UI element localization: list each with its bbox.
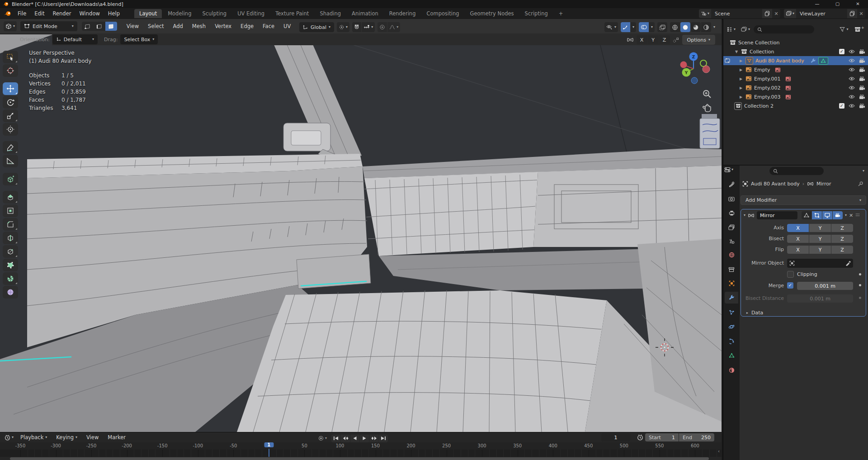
workspace-tab-geometry-nodes[interactable]: Geometry Nodes [465,9,519,18]
flip-x-button[interactable]: X [787,246,809,254]
shading-settings-dropdown[interactable]: ▾ [712,22,717,32]
new-scene-button[interactable] [762,9,772,18]
axis-x-button[interactable]: X [787,224,809,232]
modifier-on-cage-toggle[interactable] [802,211,811,219]
viewport-menu-vertex[interactable]: Vertex [211,22,236,30]
ruler-tick[interactable]: -50 [230,443,237,448]
breadcrumb-modifier[interactable]: Mirror [816,181,831,187]
ruler-tick[interactable]: -100 [193,443,203,448]
tool-annotate[interactable] [3,141,18,154]
snap-toggle-button[interactable] [352,22,361,32]
modifier-edit-mode-toggle[interactable] [812,211,822,219]
tab-collection-properties[interactable] [725,264,738,275]
ruler-tick[interactable]: 300 [478,443,486,448]
outliner-filter-mode-dropdown[interactable]: ▾ [739,24,752,34]
drag-mode-dropdown[interactable]: Select Box ▾ [120,34,158,44]
viewport-menu-edge[interactable]: Edge [236,22,258,30]
hide-eye-icon[interactable] [849,49,855,54]
pivot-point-dropdown[interactable]: ▾ [337,22,349,32]
tool-scale[interactable] [3,109,18,122]
workspace-tab-layout[interactable]: Layout [134,9,162,18]
bisect-x-button[interactable]: X [787,235,809,243]
expand-arrow-icon[interactable]: ▶ [739,86,743,90]
move-view-hand-icon[interactable] [702,102,712,113]
bisect-z-button[interactable]: Z [831,235,853,243]
outliner-display-mode-dropdown[interactable]: ▾ [725,24,737,34]
tab-constraints[interactable] [725,335,738,347]
data-subpanel-header[interactable]: ▸ Data [741,310,866,316]
region-collapse-arrow[interactable]: ‹ [718,449,720,454]
clipping-checkbox[interactable] [787,271,794,278]
hide-eye-icon[interactable] [849,67,855,72]
add-workspace-button[interactable]: + [554,9,568,18]
shading-rendered-button[interactable] [701,22,711,32]
scene-browse-button[interactable]: ▾ [699,9,711,18]
menu-help[interactable]: Help [104,9,124,18]
ruler-tick[interactable]: 400 [549,443,557,448]
timeline-menu-marker[interactable]: Marker [104,433,130,441]
tab-output[interactable] [725,207,738,219]
breadcrumb-object[interactable]: Audi 80 Avant body [751,181,800,187]
mode-dropdown[interactable]: Edit Mode ▾ [20,21,77,31]
jump-to-start-button[interactable] [331,435,340,442]
collection-checkbox[interactable]: ✓ [839,103,844,109]
view-layer-name[interactable]: ViewLayer [796,11,847,17]
tool-move[interactable] [3,82,18,95]
ruler-tick[interactable]: 50 [302,443,307,448]
outliner-row-collection[interactable]: ▼ Collection ✓ [723,47,868,56]
timeline-ruler[interactable]: -350-300-250-200-150-100-501501001502002… [0,442,722,450]
modifier-extras-dropdown[interactable]: ▾ [845,213,847,217]
menu-render[interactable]: Render [49,9,75,18]
viewport-menu-uv[interactable]: UV [279,22,295,30]
menu-window[interactable]: Window [75,9,104,18]
tab-particles[interactable] [725,306,738,318]
tool-inset-faces[interactable] [3,204,18,217]
ruler-tick[interactable]: 100 [335,443,344,448]
shading-solid-button[interactable] [680,22,690,32]
flip-y-button[interactable]: Y [809,246,831,254]
jump-to-previous-keyframe-button[interactable] [341,435,350,442]
xray-toggle[interactable] [657,22,667,32]
properties-editor-type-dropdown[interactable]: ▾ [724,167,733,172]
tab-modifiers[interactable] [725,292,738,304]
render-visibility-icon[interactable] [859,76,865,81]
close-button[interactable]: ✕ [848,0,868,8]
tab-render[interactable] [725,193,738,205]
tool-add-cube[interactable] [3,173,18,185]
scene-name[interactable]: Scene [711,11,762,17]
menu-file[interactable]: File [14,9,30,18]
current-frame-field[interactable]: 1 [601,433,630,441]
workspace-tab-sculpting[interactable]: Sculpting [197,9,231,18]
edge-select-button[interactable] [94,22,105,31]
minimize-button[interactable]: — [807,0,827,8]
outliner-row-empty-002[interactable]: ▶ Empty.002 [723,83,868,92]
render-visibility-icon[interactable] [859,85,865,90]
modifier-name-field[interactable]: Mirror [757,211,797,219]
snap-settings-dropdown[interactable]: ▾ [362,22,375,32]
timeline-menu-playback[interactable]: Playback▾ [16,433,51,441]
render-visibility-icon[interactable] [859,49,865,54]
play-button[interactable] [360,435,369,442]
mirror-x-toggle[interactable]: X [637,35,647,44]
collapse-panel-arrow[interactable]: ▾ [744,213,745,217]
use-preview-range-icon[interactable] [637,434,643,441]
outliner-filter-dropdown[interactable]: ▾ [838,24,850,34]
hide-eye-icon[interactable] [849,104,855,108]
ruler-tick[interactable]: -350 [15,443,26,448]
current-frame-indicator[interactable]: 1 [264,442,274,447]
image-data-icon[interactable] [785,85,791,91]
tool-options-dropdown[interactable]: Options ▾ [682,35,715,45]
expand-arrow-icon[interactable]: ▶ [739,59,743,63]
show-visibility-dropdown[interactable]: ▾ [604,22,618,32]
scrollbar-thumb[interactable] [10,457,709,460]
expand-arrow-icon[interactable]: ▼ [734,50,739,54]
outliner-row-collection-2[interactable]: Collection 2 ✓ [723,101,868,110]
transform-orientation-dropdown[interactable]: Global ▾ [299,22,334,32]
modifier-render-toggle[interactable] [833,211,843,219]
drag-handle-icon[interactable] [855,213,860,218]
animate-property-dot[interactable] [859,297,861,299]
viewport-menu-add[interactable]: Add [169,22,187,30]
eyedropper-icon[interactable] [845,261,851,266]
bisect-distance-field[interactable]: 0.001 m [787,294,853,303]
viewport-menu-face[interactable]: Face [259,22,278,30]
